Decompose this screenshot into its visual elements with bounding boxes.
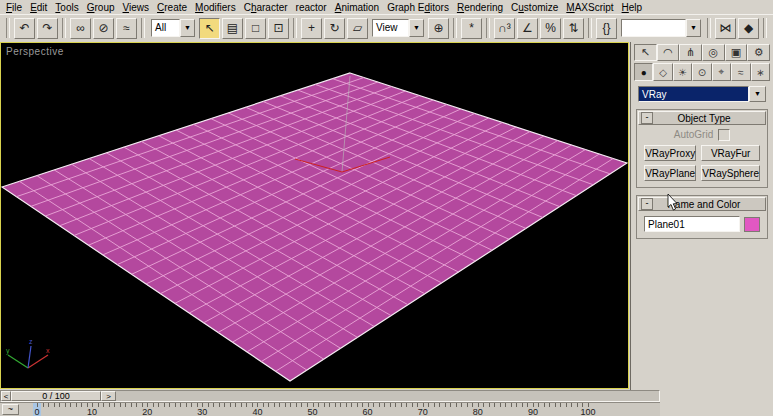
object-name-field[interactable] bbox=[644, 216, 740, 232]
unlink-selection-button[interactable]: ⊘ bbox=[93, 18, 114, 39]
category-geometry-button[interactable]: ● bbox=[634, 63, 653, 81]
select-and-manipulate-button[interactable]: * bbox=[461, 18, 482, 39]
select-and-link-button[interactable]: ∞ bbox=[70, 18, 91, 39]
tab-hierarchy[interactable]: ⋔ bbox=[679, 44, 702, 61]
named-selection-sets-dropdown-value[interactable] bbox=[621, 19, 686, 37]
tab-modify[interactable]: ◠ bbox=[657, 44, 680, 61]
rectangular-selection-region-button[interactable]: □ bbox=[245, 18, 266, 39]
chevron-down-icon[interactable]: ▼ bbox=[409, 19, 424, 37]
track-bar[interactable]: ~ 0102030405060708090100 bbox=[0, 402, 660, 416]
ruler-tick bbox=[450, 403, 451, 407]
category-systems-button[interactable]: ∗ bbox=[751, 63, 770, 81]
ruler-tick bbox=[158, 403, 159, 407]
mini-curve-editor-button[interactable]: ~ bbox=[2, 404, 19, 415]
menu-animation[interactable]: Animation bbox=[331, 2, 383, 13]
reference-coordinate-system-dropdown[interactable]: View▼ bbox=[372, 19, 424, 37]
menu-character[interactable]: Character bbox=[240, 2, 292, 13]
reference-coordinate-system-dropdown-value[interactable]: View bbox=[372, 19, 409, 37]
category-dropdown-value[interactable]: VRay bbox=[638, 86, 749, 102]
category-space-warps-button[interactable]: ≈ bbox=[731, 63, 750, 81]
align-button[interactable]: ◆ bbox=[738, 18, 759, 39]
spinner-snap-toggle-button[interactable]: ⇅ bbox=[563, 18, 584, 39]
tab-create[interactable]: ↖ bbox=[634, 44, 657, 61]
select-object-button[interactable]: ↖ bbox=[199, 18, 220, 39]
bind-to-space-warp-button[interactable]: ≈ bbox=[116, 18, 137, 39]
select-by-name-button[interactable]: ▤ bbox=[222, 18, 243, 39]
percent-snap-toggle-button[interactable]: % bbox=[540, 18, 561, 39]
use-pivot-point-center-button[interactable]: ⊕ bbox=[428, 18, 449, 39]
ruler-label: 70 bbox=[418, 407, 428, 416]
undo-button[interactable]: ↶ bbox=[14, 18, 35, 39]
select-and-move-icon: + bbox=[308, 21, 315, 35]
menu-group[interactable]: Group bbox=[83, 2, 119, 13]
menu-edit[interactable]: Edit bbox=[26, 2, 51, 13]
viewport-label[interactable]: Perspective bbox=[6, 46, 64, 57]
ruler-tick bbox=[401, 403, 402, 407]
chevron-down-icon[interactable]: ▼ bbox=[749, 86, 766, 102]
menu-views[interactable]: Views bbox=[119, 2, 154, 13]
toolbar-separator bbox=[141, 18, 145, 38]
tab-display[interactable]: ▣ bbox=[725, 44, 748, 61]
vrayplane-button[interactable]: VRayPlane bbox=[644, 165, 696, 181]
collapse-icon[interactable]: - bbox=[641, 112, 653, 124]
chevron-down-icon[interactable]: ▼ bbox=[180, 19, 195, 37]
tab-utilities[interactable]: ⚙ bbox=[747, 44, 770, 61]
vrayproxy-button[interactable]: VRayProxy bbox=[644, 145, 696, 161]
angle-snap-toggle-icon: ∠ bbox=[522, 21, 533, 35]
autogrid-checkbox[interactable] bbox=[718, 129, 730, 141]
menu-create[interactable]: Create bbox=[153, 2, 191, 13]
window-crossing-toggle-button[interactable]: ⊡ bbox=[268, 18, 289, 39]
ruler-tick bbox=[329, 403, 330, 407]
name-and-color-rollout-header[interactable]: - Name and Color bbox=[638, 197, 766, 211]
align-icon: ◆ bbox=[744, 21, 753, 35]
ruler-tick bbox=[213, 403, 214, 407]
category-dropdown[interactable]: VRay ▼ bbox=[638, 86, 766, 102]
category-helpers-button[interactable]: ⌖ bbox=[712, 63, 731, 81]
category-lights-button[interactable]: ☀ bbox=[673, 63, 692, 81]
ruler-tick bbox=[560, 403, 561, 407]
named-selection-sets-dropdown[interactable]: ▼ bbox=[621, 19, 701, 37]
ruler-tick bbox=[522, 403, 523, 407]
menu-maxscript[interactable]: MAXScript bbox=[562, 2, 617, 13]
menu-customize[interactable]: Customize bbox=[507, 2, 562, 13]
viewport-canvas[interactable]: xyz bbox=[1, 43, 628, 388]
menu-tools[interactable]: Tools bbox=[51, 2, 82, 13]
selection-filter-dropdown[interactable]: All▼ bbox=[151, 19, 195, 37]
vrayfur-button[interactable]: VRayFur bbox=[701, 145, 760, 161]
menu-help[interactable]: Help bbox=[618, 2, 647, 13]
time-slider-handle[interactable]: 0 / 100 bbox=[11, 391, 101, 401]
object-type-rollout-header[interactable]: - Object Type bbox=[638, 111, 766, 125]
ruler-label: 90 bbox=[528, 407, 538, 416]
chevron-down-icon[interactable]: ▼ bbox=[686, 19, 701, 37]
collapse-icon[interactable]: - bbox=[641, 198, 653, 210]
mirror-button[interactable]: ⋈ bbox=[715, 18, 736, 39]
select-and-rotate-button[interactable]: ↻ bbox=[324, 18, 345, 39]
category-shapes-button[interactable]: ◇ bbox=[653, 63, 672, 81]
menu-file[interactable]: File bbox=[2, 2, 26, 13]
display-tab-icon: ▣ bbox=[731, 46, 741, 59]
ruler-tick bbox=[577, 403, 578, 407]
menu-graph-editors[interactable]: Graph Editors bbox=[383, 2, 453, 13]
selection-filter-dropdown-value[interactable]: All bbox=[151, 19, 180, 37]
keyboard-shortcut-override-button[interactable]: {} bbox=[596, 18, 617, 39]
space-warps-icon: ≈ bbox=[738, 67, 744, 78]
snap-toggle-button[interactable]: ∩³ bbox=[494, 18, 515, 39]
create-tab-icon: ↖ bbox=[641, 46, 650, 59]
tab-motion[interactable]: ◎ bbox=[702, 44, 725, 61]
menu-modifiers[interactable]: Modifiers bbox=[191, 2, 240, 13]
menu-rendering[interactable]: Rendering bbox=[453, 2, 507, 13]
category-cameras-button[interactable]: ⊙ bbox=[692, 63, 711, 81]
toolbar-separator bbox=[6, 18, 10, 38]
object-color-swatch[interactable] bbox=[744, 217, 760, 232]
select-and-move-button[interactable]: + bbox=[301, 18, 322, 39]
select-and-scale-button[interactable]: ▱ bbox=[347, 18, 368, 39]
time-slider[interactable]: < 0 / 100 > bbox=[0, 390, 660, 402]
next-frame-button[interactable]: > bbox=[101, 391, 116, 401]
angle-snap-toggle-button[interactable]: ∠ bbox=[517, 18, 538, 39]
vraysphere-button[interactable]: VRaySphere bbox=[701, 165, 760, 181]
previous-frame-button[interactable]: < bbox=[1, 391, 11, 401]
perspective-viewport[interactable]: xyz Perspective bbox=[0, 42, 629, 389]
menu-reactor[interactable]: reactor bbox=[292, 2, 331, 13]
cameras-icon: ⊙ bbox=[698, 67, 706, 78]
redo-button[interactable]: ↷ bbox=[37, 18, 58, 39]
